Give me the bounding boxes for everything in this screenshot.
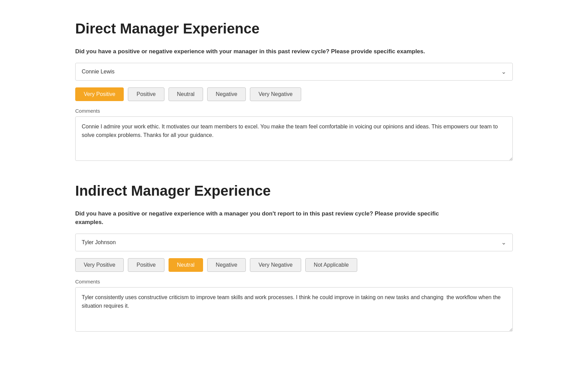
sentiment-btn-very-positive-indirect[interactable]: Very Positive (75, 258, 124, 272)
indirect-manager-question: Did you have a positive or negative expe… (75, 209, 451, 227)
indirect-manager-title: Indirect Manager Experience (75, 183, 513, 199)
direct-manager-comments-textarea[interactable]: Connie I admire your work ethic. It moti… (75, 116, 513, 161)
direct-manager-comments-container: Comments Connie I admire your work ethic… (75, 108, 513, 162)
indirect-manager-comments-textarea[interactable]: Tyler consistently uses constructive cri… (75, 287, 513, 332)
indirect-manager-dropdown[interactable]: Tyler Johnson ⌄ (75, 234, 513, 251)
sentiment-btn-very-positive[interactable]: Very Positive (75, 87, 124, 101)
direct-manager-sentiment-buttons: Very Positive Positive Neutral Negative … (75, 87, 513, 101)
sentiment-btn-negative-indirect[interactable]: Negative (207, 258, 246, 272)
sentiment-btn-neutral-indirect[interactable]: Neutral (169, 258, 203, 272)
indirect-manager-dropdown-container: Tyler Johnson ⌄ (75, 234, 513, 251)
sentiment-btn-negative[interactable]: Negative (207, 87, 246, 101)
indirect-manager-section: Indirect Manager Experience Did you have… (75, 183, 513, 333)
direct-manager-question: Did you have a positive or negative expe… (75, 47, 451, 56)
sentiment-btn-very-negative-indirect[interactable]: Very Negative (250, 258, 301, 272)
indirect-manager-comments-container: Comments Tyler consistently uses constru… (75, 279, 513, 333)
direct-manager-dropdown-container: Connie Lewis ⌄ (75, 63, 513, 81)
direct-manager-dropdown[interactable]: Connie Lewis ⌄ (75, 63, 513, 81)
sentiment-btn-very-negative[interactable]: Very Negative (250, 87, 301, 101)
sentiment-btn-not-applicable-indirect[interactable]: Not Applicable (305, 258, 357, 272)
indirect-manager-comments-label: Comments (75, 279, 513, 284)
chevron-down-icon: ⌄ (501, 68, 506, 75)
direct-manager-comments-label: Comments (75, 108, 513, 114)
direct-manager-title: Direct Manager Experience (75, 20, 513, 37)
direct-manager-section: Direct Manager Experience Did you have a… (75, 20, 513, 162)
sentiment-btn-positive[interactable]: Positive (128, 87, 164, 101)
indirect-manager-sentiment-buttons: Very Positive Positive Neutral Negative … (75, 258, 513, 272)
sentiment-btn-positive-indirect[interactable]: Positive (128, 258, 164, 272)
indirect-manager-dropdown-value: Tyler Johnson (82, 239, 116, 246)
sentiment-btn-neutral[interactable]: Neutral (169, 87, 203, 101)
chevron-down-icon: ⌄ (501, 239, 506, 246)
direct-manager-dropdown-value: Connie Lewis (82, 69, 115, 75)
